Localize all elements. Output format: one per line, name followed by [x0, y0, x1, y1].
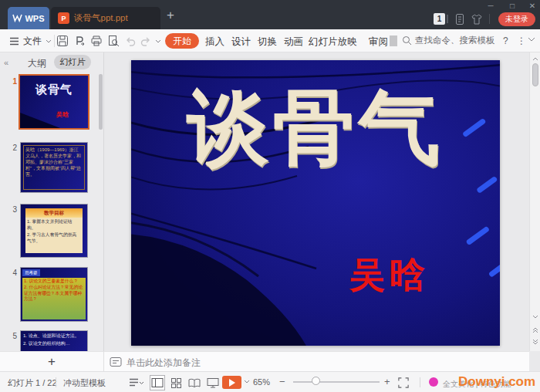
redo-icon [140, 35, 152, 47]
panel-scrollbar-thumb[interactable] [99, 74, 103, 130]
skin-shirt-icon[interactable] [471, 13, 483, 25]
qat-dropdown-button[interactable] [154, 34, 163, 48]
thumb2-textbox: 吴晗（1909—1969）浙江义乌人，著名历史学家，和邓拓、廖沫沙合称“三家村”… [23, 145, 85, 190]
play-options-chevron-icon[interactable] [244, 380, 250, 384]
fit-to-window-icon[interactable] [398, 377, 409, 388]
search-placeholder: 查找命令、搜索模板 [415, 35, 495, 46]
slide-author-text[interactable]: 吴晗 [349, 252, 430, 299]
slide-canvas[interactable]: 谈骨气 吴晗 [104, 52, 529, 351]
slide-thumbnail-1[interactable]: 谈骨气 吴晗 [19, 74, 89, 130]
thumb4-contentbox: 1. 议论文的三要素是什么？ 2. 什么叫论证方法？常见的论证方法有哪些？本文属… [22, 278, 86, 319]
slide-thumbnail-5[interactable]: 1. 论点、论据和论证方法。 2. 议论文的组织结构… [20, 330, 88, 351]
slides-panel: « 大纲 幻灯片 1 谈骨气 吴晗 2 吴晗（1909—1969）浙江义乌人，著… [0, 52, 104, 351]
minimize-button[interactable]: ─ [481, 0, 500, 12]
chevron-down-icon [155, 39, 161, 43]
thumb5-line1: 1. 论点、论据和论证方法。 [21, 331, 87, 339]
notes-bar[interactable]: 单击此处添加备注 [104, 351, 529, 371]
thumb3-header: 教学目标 [25, 208, 83, 218]
wps-logo-icon [12, 14, 22, 22]
slide-thumbnail-3[interactable]: 教学目标 1. 掌握本文并列论证结构。 2. 学习古人有骨气的崇高气节。 [20, 204, 88, 258]
statusbar: 幻灯片 1 / 22 冲动型模板 65% − + 全文美化 | 特色功能 Dow… [0, 371, 540, 392]
tab-design[interactable]: 设计 [231, 35, 251, 49]
wps-label: WPS [25, 14, 44, 23]
document-tab[interactable]: P 谈骨气ppt.ppt [51, 7, 160, 29]
slide-thumbnail-2[interactable]: 吴晗（1909—1969）浙江义乌人，著名历史学家，和邓拓、廖沫沙合称“三家村”… [20, 142, 88, 193]
export-pdf-button[interactable] [73, 34, 86, 48]
file-menu-button[interactable]: 文件 [9, 35, 52, 48]
collapse-ribbon-icon[interactable] [528, 37, 535, 42]
view-normal-button[interactable] [150, 375, 165, 390]
slide-number-1: 1 [6, 77, 17, 86]
new-tab-button[interactable]: + [167, 8, 174, 22]
tab-transition[interactable]: 切换 [258, 35, 277, 49]
zoom-slider-knob[interactable] [312, 377, 320, 385]
zoom-level[interactable]: 65% [253, 377, 270, 387]
help-button[interactable]: ? [503, 35, 508, 46]
login-button[interactable]: 未登录 [498, 12, 535, 26]
scrollbar-thumb[interactable] [532, 63, 538, 86]
ppt-file-icon: P [58, 12, 69, 24]
undo-icon [124, 35, 137, 47]
print-button[interactable] [89, 34, 103, 48]
message-count-badge[interactable]: 1 [434, 13, 445, 25]
tab-home[interactable]: 开始 [165, 33, 199, 49]
tab-insert[interactable]: 插入 [205, 35, 224, 49]
view-sorter-button[interactable] [168, 375, 184, 390]
hamburger-icon [9, 37, 19, 46]
save-button[interactable] [56, 34, 69, 48]
command-search[interactable]: 查找命令、搜索模板 [402, 35, 495, 46]
normal-view-icon [151, 377, 164, 388]
document-service-icon[interactable] [454, 13, 466, 25]
thumb3-contentbox: 教学目标 1. 掌握本文并列论证结构。 2. 学习古人有骨气的崇高气节。 [25, 208, 83, 253]
chevron-down-icon [46, 39, 52, 43]
titlebar: WPS P 谈骨气ppt.ppt + ─ □ ✕ 1 未登录 [0, 0, 540, 29]
tab-slideshow[interactable]: 幻灯片放映 [309, 35, 357, 49]
print-preview-button[interactable] [106, 34, 120, 48]
wps-home-tab[interactable]: WPS [8, 7, 49, 29]
undo-button[interactable] [123, 34, 137, 48]
ribbon-divider [54, 35, 55, 47]
tab-outline[interactable]: 大纲 [28, 57, 46, 70]
tab-review[interactable]: 审阅 [369, 35, 388, 49]
zoom-slider-track[interactable] [293, 381, 380, 383]
thumb4-line1: 1. 议论文的三要素是什么？ [24, 279, 84, 285]
template-name[interactable]: 冲动型模板 [63, 377, 106, 389]
tab-slides[interactable]: 幻灯片 [54, 55, 91, 69]
scroll-down-icon[interactable] [531, 312, 540, 321]
ribbon-bar: 文件 开始 插入 设计 切换 动画 幻灯片放映 审阅 查找命令、搜索模板 ? ⋮ [0, 29, 540, 52]
notes-toggle-button[interactable] [127, 375, 147, 390]
thumb4-label: 思考题 [22, 269, 40, 276]
site-watermark: Downyi.com [458, 374, 535, 390]
print-preview-icon [107, 35, 120, 47]
current-slide[interactable]: 谈骨气 吴晗 [131, 60, 500, 346]
more-button[interactable]: ⋮ [517, 35, 526, 46]
ribbon-gray-box [390, 35, 397, 46]
play-slideshow-button[interactable] [222, 376, 241, 389]
zoom-in-button[interactable]: + [384, 376, 390, 387]
tab-animation[interactable]: 动画 [284, 35, 303, 49]
next-slide-icon[interactable] [531, 338, 540, 347]
previous-slide-icon[interactable] [531, 325, 540, 334]
slide-title-text[interactable]: 谈骨气 [131, 85, 500, 171]
panel-collapse-button[interactable]: « [4, 57, 16, 68]
thumb3-line1: 1. 掌握本文并列论证结构。 [25, 218, 83, 231]
notes-icon [110, 357, 122, 367]
statusbar-divider [56, 377, 56, 387]
zoom-out-button[interactable]: − [279, 376, 285, 387]
search-icon [402, 35, 412, 46]
view-slideshow-button[interactable] [205, 375, 221, 390]
close-button[interactable]: ✕ [523, 0, 540, 12]
slide-counter: 幻灯片 1 / 22 [8, 377, 57, 389]
view-reading-button[interactable] [187, 375, 202, 390]
redo-button[interactable] [139, 34, 153, 48]
maximize-button[interactable]: □ [503, 0, 521, 12]
slide-thumbnail-4[interactable]: 思考题 1. 议论文的三要素是什么？ 2. 什么叫论证方法？常见的论证方法有哪些… [20, 267, 88, 322]
save-icon [56, 35, 69, 47]
slide-number-5: 5 [6, 332, 17, 340]
beautify-dot-icon[interactable] [429, 377, 438, 387]
thumb5-line2: 2. 议论文的组织结构… [21, 339, 87, 346]
printer-icon [90, 35, 103, 47]
add-slide-button[interactable]: + [48, 354, 56, 369]
notes-placeholder: 单击此处添加备注 [127, 357, 201, 370]
main-scrollbar[interactable] [529, 52, 540, 351]
